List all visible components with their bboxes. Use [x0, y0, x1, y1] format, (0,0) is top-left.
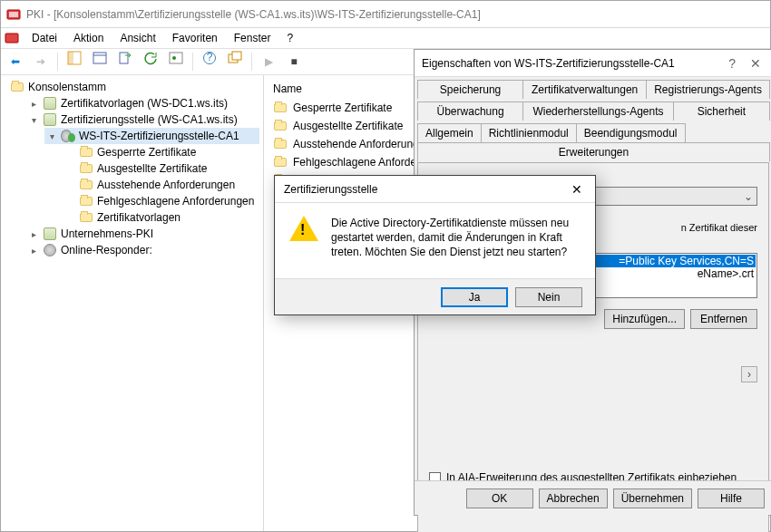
folder-icon [79, 145, 93, 160]
modal-message: Die Active Directory-Zertifikatdienste m… [331, 216, 581, 260]
tabs-row1: Speicherung Zertifikatverwaltungen Regis… [415, 77, 771, 99]
properties-icon[interactable] [89, 51, 111, 73]
expand-icon[interactable]: ▸ [28, 229, 39, 239]
menu-help[interactable]: ? [279, 30, 300, 46]
show-hide-tree-icon[interactable] [63, 51, 85, 73]
collapse-icon[interactable]: ▾ [28, 115, 39, 125]
folder-icon [79, 210, 93, 225]
folder-icon [79, 161, 93, 176]
tree-item-issued[interactable]: Ausgestellte Zertifikate [63, 160, 259, 177]
help-button[interactable]: ? [725, 56, 739, 71]
window-title: PKI - [Konsolenstamm\Zertifizierungsstel… [26, 8, 481, 21]
restart-confirm-dialog: Zertifizierungsstelle ✕ Die Active Direc… [274, 175, 596, 315]
scroll-right-icon[interactable]: › [741, 366, 757, 382]
chevron-down-icon: ⌄ [744, 190, 753, 203]
tab-wiederherstellungs-agents[interactable]: Wiederherstellungs-Agents [522, 102, 674, 121]
tab-allgemein[interactable]: Allgemein [417, 123, 482, 142]
refresh-icon[interactable] [140, 51, 161, 73]
list-item-label: Ausgestellte Zertifikate [293, 120, 403, 132]
menu-aktion[interactable]: Aktion [66, 30, 111, 46]
close-icon[interactable]: ✕ [568, 182, 586, 197]
remove-button[interactable]: Entfernen [690, 309, 757, 329]
help-icon[interactable]: ? [199, 51, 220, 73]
responder-icon [43, 243, 57, 257]
svg-rect-2 [5, 34, 18, 43]
list-item-label: Gesperrte Zertifikate [293, 102, 392, 114]
menu-ansicht[interactable]: Ansicht [112, 30, 162, 46]
close-button[interactable]: ✕ [747, 56, 765, 71]
help-footer-button[interactable]: Hilfe [698, 488, 765, 508]
tab-sicherheit[interactable]: Sicherheit [673, 102, 770, 121]
tab-registrierungs-agents[interactable]: Registrierungs-Agents [646, 80, 770, 99]
tree-item-revoked[interactable]: Gesperrte Zertifikate [63, 144, 259, 160]
tab-speicherung[interactable]: Speicherung [417, 80, 523, 99]
tree-item-online-responder[interactable]: ▸ Online-Responder: [26, 242, 259, 258]
tree-pane: Konsolenstamm ▸ Zertifikatvorlagen (WS-D… [1, 75, 264, 531]
tab-beendigungsmodul[interactable]: Beendigungsmodul [576, 123, 686, 142]
tree-item-templates[interactable]: ▸ Zertifikatvorlagen (WS-DC1.ws.its) [26, 95, 259, 111]
tree-item-label: Zertifikatvorlagen (WS-DC1.ws.its) [61, 97, 228, 110]
ok-button[interactable]: OK [466, 488, 533, 508]
folder-icon [273, 101, 288, 115]
tree-item-label: Gesperrte Zertifikate [97, 146, 196, 159]
yes-button[interactable]: Ja [441, 287, 508, 307]
stop-icon[interactable]: ■ [283, 51, 305, 73]
tree-item-label: Fehlgeschlagene Anforderungen [97, 195, 254, 208]
tree-item-label: Unternehmens-PKI [61, 227, 153, 240]
tree-root-label: Konsolenstamm [28, 81, 106, 93]
tree-item-enterprise-pki[interactable]: ▸ Unternehmens-PKI [26, 226, 259, 242]
tab-richtlinienmodul[interactable]: Richtlinienmodul [481, 123, 577, 142]
console-root-icon [10, 80, 24, 94]
tree-item-ca1-selected[interactable]: ▾ WS-ITS-Zertifizierungsstelle-CA1 [44, 128, 259, 144]
modal-title: Zertifizierungsstelle [284, 183, 377, 196]
tab-zertifikatverwaltungen[interactable]: Zertifikatverwaltungen [522, 80, 647, 99]
list-item-label: Ausstehende Anforderungen [293, 138, 431, 150]
menubar: Datei Aktion Ansicht Favoriten Fenster ? [1, 28, 770, 48]
tree-item-label: Online-Responder: [61, 244, 152, 256]
svg-rect-13 [232, 52, 241, 60]
tabs-row3: Allgemein Richtlinienmodul Beendigungsmo… [415, 121, 771, 162]
folder-icon [79, 178, 93, 192]
no-button[interactable]: Nein [515, 287, 582, 307]
svg-rect-4 [68, 52, 73, 64]
tree-item-label: Zertifikatvorlagen [97, 211, 181, 224]
menu-favoriten[interactable]: Favoriten [165, 30, 225, 46]
add-button[interactable]: Hinzufügen... [604, 309, 685, 329]
options-icon[interactable] [165, 51, 187, 73]
tree-item-cert-templates[interactable]: Zertifikatvorlagen [63, 209, 259, 226]
tree-item-label: Ausstehende Anforderungen [97, 179, 235, 191]
properties-title: Eigenschaften von WS-ITS-Zertifizierungs… [422, 57, 675, 70]
tree-item-pending[interactable]: Ausstehende Anforderungen [63, 177, 259, 193]
titlebar: PKI - [Konsolenstamm\Zertifizierungsstel… [1, 1, 770, 28]
menu-fenster[interactable]: Fenster [227, 30, 278, 46]
tree-item-label: Ausgestellte Zertifikate [97, 162, 207, 175]
export-list-icon[interactable] [114, 51, 136, 73]
svg-point-9 [172, 56, 176, 60]
new-window-icon[interactable] [224, 51, 246, 73]
tab-erweiterungen-active[interactable]: Erweiterungen [417, 142, 770, 162]
app-icon-small [5, 31, 19, 45]
svg-rect-1 [9, 12, 18, 17]
enterprise-pki-icon [43, 227, 57, 241]
server-ok-icon [61, 129, 75, 143]
svg-rect-7 [120, 53, 128, 63]
folder-icon [273, 137, 288, 151]
ca-icon [43, 112, 57, 127]
apply-button[interactable]: Übernehmen [613, 488, 692, 508]
folder-icon [273, 119, 288, 133]
expand-icon[interactable]: ▸ [28, 99, 39, 109]
svg-rect-5 [93, 53, 106, 63]
folder-icon [79, 194, 93, 208]
tree-item-ca[interactable]: ▾ Zertifizierungsstelle (WS-CA1.ws.its) [26, 111, 259, 128]
tree-item-failed[interactable]: Fehlgeschlagene Anforderungen [63, 193, 259, 209]
svg-text:?: ? [207, 51, 213, 63]
nav-back-icon[interactable]: ⬅ [5, 51, 26, 73]
menu-datei[interactable]: Datei [24, 30, 64, 46]
collapse-icon[interactable]: ▾ [46, 131, 57, 141]
play-icon[interactable]: ▶ [258, 51, 279, 73]
folder-icon [273, 155, 288, 169]
tree-root[interactable]: Konsolenstamm [8, 79, 259, 95]
expand-icon[interactable]: ▸ [28, 246, 39, 256]
tab-ueberwachung[interactable]: Überwachung [417, 102, 523, 121]
cancel-button[interactable]: Abbrechen [539, 488, 608, 508]
